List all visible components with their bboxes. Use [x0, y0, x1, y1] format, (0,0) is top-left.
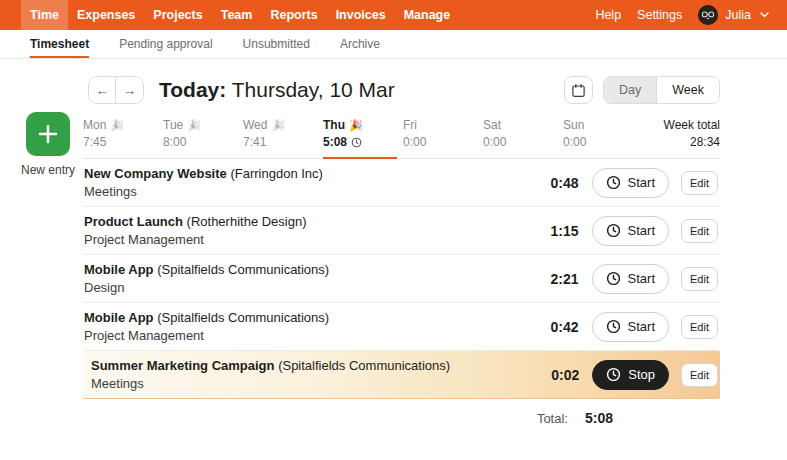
day-hours: 7:41 — [243, 135, 323, 149]
client-name: (Farringdon Inc) — [230, 166, 322, 181]
tab-bar: Timesheet Pending approval Unsubmitted A… — [0, 30, 787, 59]
week-strip: Mon🎉 7:45 Tue🎉 8:00 Wed🎉 7:41 Thu🎉 5:08 … — [83, 118, 720, 159]
start-timer-button[interactable]: Start — [592, 264, 669, 294]
main-nav: Time Expenses Projects Team Reports Invo… — [21, 0, 459, 30]
nav-item-invoices[interactable]: Invoices — [327, 0, 395, 30]
project-name: Summer Marketing Campaign — [91, 358, 275, 373]
day-column-sun[interactable]: Sun 0:00 — [563, 118, 643, 149]
start-timer-button[interactable]: Start — [592, 168, 669, 198]
page-title-date: Thursday, 10 Mar — [226, 78, 394, 101]
nav-item-manage[interactable]: Manage — [395, 0, 460, 30]
day-column-tue[interactable]: Tue🎉 8:00 — [163, 118, 243, 149]
previous-day-button[interactable]: ← — [89, 77, 116, 103]
time-entry-row: New Company Website (Farringdon Inc) Mee… — [83, 159, 720, 207]
start-timer-button[interactable]: Start — [592, 216, 669, 246]
nav-item-reports[interactable]: Reports — [261, 0, 326, 30]
day-name: Tue — [163, 118, 183, 132]
clock-icon — [606, 175, 621, 190]
project-name: Product Launch — [84, 214, 183, 229]
day-view-toggle[interactable]: Day — [604, 77, 656, 103]
client-name: (Spitalfields Communications) — [157, 310, 329, 325]
entry-time: 0:02 — [531, 367, 579, 383]
edit-entry-button[interactable]: Edit — [681, 363, 718, 387]
tab-timesheet[interactable]: Timesheet — [30, 30, 89, 58]
user-menu[interactable]: Julia — [698, 5, 769, 25]
entry-time: 1:15 — [531, 223, 579, 239]
page-title: Today: Thursday, 10 Mar — [159, 78, 395, 102]
total-label: Total: — [537, 411, 568, 426]
week-total-value: 28:34 — [643, 135, 720, 149]
nav-item-time[interactable]: Time — [21, 0, 68, 30]
calendar-button[interactable] — [564, 76, 593, 104]
top-nav-bar: Time Expenses Projects Team Reports Invo… — [0, 0, 787, 30]
task-name: Project Management — [84, 328, 531, 343]
stop-timer-button[interactable]: Stop — [592, 360, 669, 390]
party-popper-icon: 🎉 — [110, 119, 124, 132]
new-entry-button[interactable] — [26, 112, 70, 156]
day-hours: 0:00 — [483, 135, 563, 149]
day-column-thu[interactable]: Thu🎉 5:08 — [323, 118, 403, 149]
total-value: 5:08 — [585, 410, 613, 426]
clock-icon — [606, 223, 621, 238]
start-timer-button[interactable]: Start — [592, 312, 669, 342]
party-popper-icon: 🎉 — [187, 119, 201, 132]
edit-entry-button[interactable]: Edit — [681, 219, 718, 243]
task-name: Meetings — [91, 376, 531, 391]
edit-entry-button[interactable]: Edit — [681, 315, 718, 339]
tab-pending-approval[interactable]: Pending approval — [119, 30, 212, 58]
new-entry-label: New entry — [15, 163, 81, 177]
week-total: Week total 28:34 — [643, 118, 720, 149]
day-total-row: Total: 5:08 — [83, 399, 720, 437]
entry-time: 2:21 — [531, 271, 579, 287]
calendar-icon — [571, 83, 586, 98]
tab-archive[interactable]: Archive — [340, 30, 380, 58]
edit-entry-button[interactable]: Edit — [681, 267, 718, 291]
nav-item-team[interactable]: Team — [212, 0, 262, 30]
time-entry-row: Mobile App (Spitalfields Communications)… — [83, 303, 720, 351]
next-day-button[interactable]: → — [116, 77, 143, 103]
help-link[interactable]: Help — [595, 8, 621, 22]
app-window: Time Expenses Projects Team Reports Invo… — [0, 0, 787, 460]
date-header: ← → Today: Thursday, 10 Mar Day Week — [88, 76, 720, 104]
view-toggle: Day Week — [603, 76, 720, 104]
day-hours: 7:45 — [83, 135, 163, 149]
nav-item-projects[interactable]: Projects — [144, 0, 211, 30]
edit-entry-button[interactable]: Edit — [681, 171, 718, 195]
clock-icon — [606, 271, 621, 286]
day-column-sat[interactable]: Sat 0:00 — [483, 118, 563, 149]
settings-link[interactable]: Settings — [637, 8, 682, 22]
day-name: Sun — [563, 118, 584, 132]
time-entry-row: Mobile App (Spitalfields Communications)… — [83, 255, 720, 303]
day-column-fri[interactable]: Fri 0:00 — [403, 118, 483, 149]
day-column-wed[interactable]: Wed🎉 7:41 — [243, 118, 323, 149]
time-entry-row: Product Launch (Rotherhithe Design) Proj… — [83, 207, 720, 255]
day-hours: 8:00 — [163, 135, 243, 149]
day-name: Wed — [243, 118, 267, 132]
day-hours: 0:00 — [403, 135, 483, 149]
party-popper-icon: 🎉 — [349, 119, 363, 132]
clock-icon — [606, 319, 621, 334]
nav-item-expenses[interactable]: Expenses — [68, 0, 144, 30]
avatar — [698, 5, 718, 25]
entry-time: 0:48 — [531, 175, 579, 191]
time-entry-row-running: Summer Marketing Campaign (Spitalfields … — [83, 351, 720, 399]
party-popper-icon: 🎉 — [271, 119, 285, 132]
task-name: Meetings — [84, 184, 531, 199]
task-name: Project Management — [84, 232, 531, 247]
week-view-toggle[interactable]: Week — [656, 77, 719, 103]
task-name: Design — [84, 280, 531, 295]
project-name: New Company Website — [84, 166, 227, 181]
project-name: Mobile App — [84, 262, 154, 277]
tab-unsubmitted[interactable]: Unsubmitted — [243, 30, 310, 58]
date-nav-arrows: ← → — [88, 76, 144, 104]
day-column-mon[interactable]: Mon🎉 7:45 — [83, 118, 163, 149]
day-name: Sat — [483, 118, 501, 132]
week-total-label: Week total — [643, 118, 720, 132]
day-name: Thu — [323, 118, 345, 132]
user-name: Julia — [725, 8, 751, 22]
day-hours: 5:08 — [323, 135, 347, 149]
day-hours: 0:00 — [563, 135, 643, 149]
plus-icon — [36, 122, 60, 146]
client-name: (Spitalfields Communications) — [157, 262, 329, 277]
entry-time: 0:42 — [531, 319, 579, 335]
